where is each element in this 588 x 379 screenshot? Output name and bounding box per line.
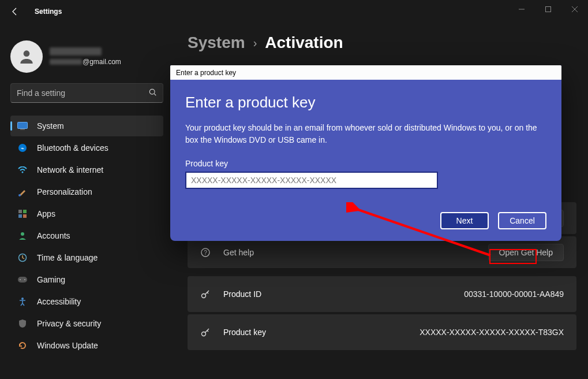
svg-rect-7 <box>18 122 28 129</box>
sidebar-item-system[interactable]: System <box>10 116 163 136</box>
update-icon <box>17 340 28 351</box>
maximize-button[interactable] <box>535 0 561 18</box>
svg-point-15 <box>21 232 24 236</box>
back-button[interactable] <box>9 6 21 17</box>
avatar <box>10 40 43 73</box>
dialog-field-label: Product key <box>185 159 546 168</box>
sidebar-item-bluetooth[interactable]: ⌁ Bluetooth & devices <box>10 138 163 158</box>
close-button[interactable] <box>561 0 588 18</box>
product-key-input[interactable] <box>185 172 438 189</box>
sidebar-item-label: Windows Update <box>37 341 98 350</box>
row-product-id: Product ID 00331-10000-00001-AA849 <box>188 276 576 312</box>
sidebar-item-label: Personalization <box>37 187 92 196</box>
key-icon <box>200 289 212 299</box>
sidebar-item-gaming[interactable]: Gaming <box>10 269 163 290</box>
key-icon <box>200 327 212 337</box>
minimize-button[interactable] <box>508 0 535 18</box>
svg-rect-8 <box>20 129 25 130</box>
dialog-heading: Enter a product key <box>185 94 546 112</box>
breadcrumb-current: Activation <box>265 34 343 52</box>
sidebar-item-accounts[interactable]: Accounts <box>10 225 163 246</box>
chevron-right-icon: › <box>253 36 257 50</box>
svg-line-6 <box>154 94 156 95</box>
svg-rect-11 <box>18 210 22 213</box>
product-id-value: 00331-10000-00001-AA849 <box>464 289 564 299</box>
svg-rect-13 <box>18 214 22 218</box>
sidebar-item-label: Accounts <box>37 231 70 240</box>
sidebar-item-accessibility[interactable]: Accessibility <box>10 291 163 312</box>
svg-rect-12 <box>23 210 27 213</box>
svg-point-18 <box>20 279 21 280</box>
breadcrumb: System › Activation <box>188 34 576 52</box>
shield-icon <box>17 318 28 329</box>
sidebar-item-personalization[interactable]: Personalization <box>10 181 163 202</box>
svg-text:?: ? <box>204 250 207 256</box>
accessibility-icon <box>17 296 28 307</box>
user-text: @gmail.com <box>50 47 121 66</box>
sidebar-item-time-language[interactable]: Time & language <box>10 247 163 268</box>
bluetooth-icon: ⌁ <box>17 143 28 153</box>
nav-list: System ⌁ Bluetooth & devices Network & i… <box>10 116 163 356</box>
sidebar-item-label: Privacy & security <box>37 319 101 328</box>
svg-point-20 <box>21 298 24 300</box>
sidebar-item-network[interactable]: Network & internet <box>10 159 163 180</box>
user-email: @gmail.com <box>50 58 121 66</box>
sidebar-item-label: Accessibility <box>37 297 81 306</box>
svg-rect-17 <box>18 277 27 283</box>
email-prefix-redacted <box>50 59 82 65</box>
svg-point-5 <box>149 89 155 94</box>
wifi-icon <box>17 165 28 175</box>
dialog-titlebar: Enter a product key <box>170 65 561 80</box>
next-button[interactable]: Next <box>440 212 489 229</box>
row-product-key: Product key XXXXX-XXXXX-XXXXX-XXXXX-T83G… <box>188 314 576 350</box>
sidebar-item-privacy[interactable]: Privacy & security <box>10 313 163 334</box>
sidebar-item-label: Time & language <box>37 253 98 262</box>
sidebar-item-label: System <box>37 121 64 131</box>
dialog-description: Your product key should be in an email f… <box>185 122 543 146</box>
titlebar: Settings <box>0 0 588 23</box>
help-icon: ? <box>200 247 212 258</box>
breadcrumb-parent[interactable]: System <box>188 34 245 52</box>
row-label: Get help <box>223 248 254 257</box>
svg-point-10 <box>18 194 21 196</box>
enter-product-key-dialog: Enter a product key Enter a product key … <box>170 65 561 241</box>
svg-point-9 <box>22 172 24 173</box>
row-label: Product key <box>223 328 266 337</box>
svg-point-25 <box>202 332 206 336</box>
search-input[interactable] <box>17 88 149 98</box>
cancel-button[interactable]: Cancel <box>498 212 546 229</box>
sidebar-item-label: Gaming <box>37 275 65 284</box>
product-key-value: XXXXX-XXXXX-XXXXX-XXXXX-T83GX <box>420 328 564 337</box>
svg-rect-14 <box>23 214 27 218</box>
clock-globe-icon <box>17 252 28 263</box>
sidebar-item-apps[interactable]: Apps <box>10 203 163 224</box>
apps-icon <box>17 209 28 219</box>
row-get-help: ? Get help Open Get Help <box>188 236 576 268</box>
svg-point-24 <box>202 294 206 298</box>
sidebar-item-windows-update[interactable]: Windows Update <box>10 335 163 356</box>
sidebar-item-label: Network & internet <box>37 165 103 174</box>
sidebar-item-label: Apps <box>37 209 55 218</box>
row-label: Product ID <box>223 289 261 299</box>
system-icon <box>17 121 28 131</box>
app-title: Settings <box>35 8 62 16</box>
svg-point-4 <box>24 50 30 57</box>
svg-point-19 <box>24 279 25 280</box>
svg-rect-1 <box>546 7 551 12</box>
sidebar-item-label: Bluetooth & devices <box>37 143 108 153</box>
gamepad-icon <box>17 274 28 285</box>
sidebar: @gmail.com System ⌁ Bluetooth & devices <box>0 23 170 379</box>
user-name-redacted <box>50 47 102 55</box>
person-icon <box>17 231 28 241</box>
open-get-help-button[interactable]: Open Get Help <box>488 244 564 261</box>
brush-icon <box>17 187 28 197</box>
user-row[interactable]: @gmail.com <box>10 40 163 73</box>
email-suffix: @gmail.com <box>83 58 121 66</box>
window-controls <box>508 0 588 18</box>
search-box[interactable] <box>10 83 163 103</box>
search-icon <box>149 88 157 98</box>
